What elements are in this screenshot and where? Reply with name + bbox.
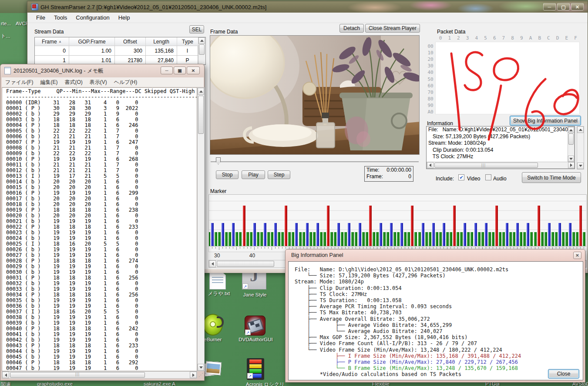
video-checkbox-label[interactable]: Video (467, 176, 480, 182)
information-textbox[interactable]: File: Name: D:¥gh1¥Video¥2012_05_01¥2012… (426, 126, 575, 169)
menu-file[interactable]: File (32, 14, 50, 21)
frame-bar-P (274, 223, 277, 246)
frame-bar-P (359, 223, 361, 246)
notepad-close-button[interactable]: ✕ (187, 67, 200, 74)
frame-bar-P (211, 223, 214, 246)
close-button[interactable]: ✕ (571, 3, 584, 10)
axis-tick (475, 247, 476, 249)
big-panel-line: │ └── Average Audio Bitrate: 240,027 (295, 328, 583, 334)
stream-table-vscrollbar[interactable] (198, 37, 205, 64)
video-checkbox[interactable]: ✔ (458, 174, 464, 180)
packet-row-header: 80 (427, 96, 434, 102)
frame-bar-P (474, 223, 477, 246)
frame-bar-B (562, 232, 564, 246)
information-line: Stream: Mode: 1080/24p (427, 140, 575, 147)
notepad-menu-format[interactable]: 書式(O) (61, 79, 86, 86)
dvdauthorgui-label[interactable]: DVDAuthorGUI (235, 337, 276, 342)
notepad-menu-view[interactable]: 表示(V) (86, 79, 111, 86)
frame-bar-B (499, 232, 501, 246)
txt-icon-label[interactable]: メラや.txt (204, 290, 234, 297)
seek-slider-thumb[interactable] (216, 157, 221, 165)
show-big-information-panel-button[interactable]: Show Big Information Panel (510, 116, 581, 126)
frame-bar-B (271, 232, 273, 246)
desktop-label-graphstudio[interactable]: graphstudio.exe (37, 381, 73, 386)
packet-hex-canvas[interactable] (435, 42, 580, 114)
frame-bar-B (323, 232, 326, 246)
seek-slider-track[interactable] (211, 161, 419, 163)
notepad-maximize-button[interactable]: ▣ (174, 67, 186, 74)
menu-help[interactable]: Help (114, 14, 134, 21)
frame-size-chart[interactable] (208, 194, 587, 246)
information-vscrollbar[interactable] (568, 126, 575, 162)
right-edge-vscrollbar[interactable] (577, 126, 584, 170)
title-bar[interactable]: GH StreamParser 2.7 [D:¥gh1¥Video¥2012_0… (27, 1, 588, 13)
axis-tick (545, 247, 546, 249)
minimize-button[interactable]: ─ (543, 3, 556, 10)
big-panel-title[interactable]: Big Information Panel (291, 252, 343, 258)
step-button[interactable]: Step (268, 170, 290, 179)
col-length[interactable]: Length (146, 37, 177, 46)
desktop-label-partial-1[interactable]: rte... (1, 21, 11, 26)
notepad-menu-help[interactable]: ヘルプ(H) (111, 79, 141, 86)
menu-tools[interactable]: Tools (50, 14, 71, 21)
x-axis-label: 40 (249, 253, 255, 259)
notepad-hscrollbar[interactable]: ||| (2, 371, 197, 379)
stream-table-body[interactable]: 01.00300135,168I11.012178027,840P (35, 46, 205, 65)
axis-tick (240, 247, 240, 249)
audio-checkbox[interactable] (485, 174, 491, 180)
video-preview[interactable] (210, 35, 420, 155)
ptgui-icon[interactable] (203, 360, 222, 380)
notepad-vscrollbar[interactable] (197, 87, 205, 371)
col-offset[interactable]: Offset (115, 37, 146, 46)
axis-tick (328, 247, 328, 249)
notepad-menu-edit[interactable]: 編集(E) (37, 79, 61, 86)
axis-tick (580, 247, 581, 249)
information-hscrollbar[interactable]: ||| (427, 162, 575, 169)
stop-button[interactable]: Stop (216, 170, 239, 179)
eburner-icon[interactable] (203, 314, 223, 336)
play-button[interactable]: Play (242, 170, 265, 179)
frame-bar-P (264, 223, 266, 246)
col-type[interactable]: Type (177, 37, 198, 46)
col-frame[interactable]: Frame (42, 39, 57, 45)
axis-tick (229, 247, 230, 249)
axis-tick (577, 247, 577, 249)
stream-data-table[interactable]: Frame ▲ GOP.Frame Offset Length Type 01.… (34, 37, 206, 65)
text-file-icon[interactable] (209, 271, 226, 290)
packet-col-header: 8 (509, 35, 516, 41)
axis-tick (542, 247, 542, 249)
notepad-menu-file[interactable]: ファイル(F) (2, 79, 37, 86)
notepad-title[interactable]: 20120501_230406_UNK.log - メモ帳 (13, 67, 104, 75)
axis-tick (401, 247, 402, 249)
desktop-label-partial-3[interactable]: ト... (1, 33, 10, 40)
big-panel-close-button[interactable]: Close (548, 369, 579, 379)
switch-to-time-mode-button[interactable]: Switch to Time Mode (522, 172, 581, 183)
frame-bar-I (495, 206, 498, 246)
sel-button[interactable]: SEL (189, 25, 204, 33)
packet-col-header: 4 (473, 35, 480, 41)
frame-bar-B (278, 232, 280, 246)
packet-col-header: 2 (455, 35, 462, 41)
frame-bar-B (467, 232, 470, 246)
big-panel-line: ├── P Frame Size (Min/Ave/Max): 27,840 /… (295, 359, 583, 365)
big-panel-close-icon[interactable]: ✕ (573, 252, 581, 259)
maximize-button[interactable]: ▢ (557, 3, 570, 10)
marker-label[interactable]: Marker (210, 188, 226, 194)
notepad-resize-grip[interactable]: ⋰ (198, 372, 204, 378)
notepad-minimize-button[interactable]: ─ (161, 67, 173, 74)
axis-tick (373, 247, 374, 249)
desktop-label-kanren[interactable]: 関連 (1, 381, 11, 386)
close-stream-player-button[interactable]: Close Stream Player (365, 24, 420, 33)
col-gop-frame[interactable]: GOP.Frame (69, 37, 115, 46)
frame-bar-B (457, 232, 459, 246)
notepad-icon (4, 67, 11, 74)
table-row[interactable]: 01.00300135,168I (35, 46, 205, 56)
notepad-text-area[interactable]: Frame--Type QP---Min---Max---Range---DC … (2, 87, 197, 371)
detach-button[interactable]: Detach (339, 24, 364, 33)
jane-style-label[interactable]: Jane Style (239, 292, 271, 297)
menu-configuration[interactable]: Configuration (71, 14, 114, 21)
desktop-label-acronis2[interactable]: Acronis ロシクリ (246, 381, 285, 386)
audio-checkbox-label[interactable]: Audio (493, 176, 507, 182)
desktop-label-sakura[interactable]: sakura2.exe A (144, 381, 175, 386)
stream-table-header[interactable]: Frame ▲ GOP.Frame Offset Length Type (35, 37, 205, 46)
